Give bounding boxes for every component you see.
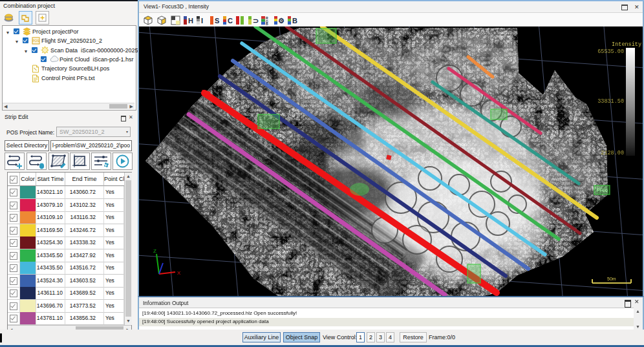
svg-text:Z: Z — [153, 248, 156, 254]
svg-text:H: H — [188, 17, 193, 25]
svg-text:33831.50: 33831.50 — [597, 98, 624, 105]
svg-text:I: I — [201, 17, 203, 25]
svg-text:C: C — [228, 17, 233, 25]
svg-text:B: B — [266, 22, 268, 26]
svg-text:PF06: PF06 — [597, 188, 608, 193]
svg-text:65535.00: 65535.00 — [597, 48, 624, 55]
svg-text:2128.00: 2128.00 — [601, 150, 624, 156]
svg-text:S: S — [215, 17, 219, 25]
svg-text:⚙: ⚙ — [278, 17, 284, 25]
svg-text:50m: 50m — [607, 277, 616, 281]
svg-text:Intensity: Intensity — [612, 41, 641, 48]
svg-text:B: B — [292, 17, 297, 25]
svg-text:POS: POS — [32, 39, 39, 43]
svg-text:X: X — [177, 270, 181, 276]
svg-text:⊃: ⊃ — [253, 17, 259, 25]
